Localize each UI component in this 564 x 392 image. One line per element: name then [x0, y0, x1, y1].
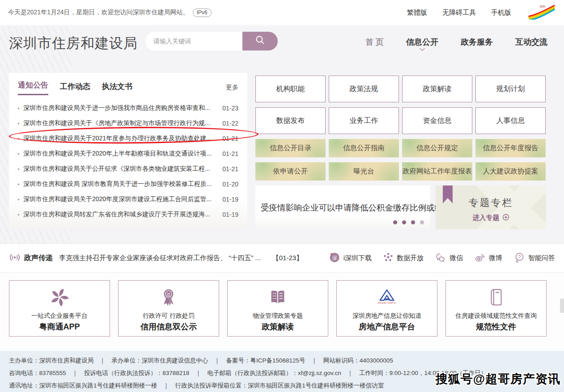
open-book-icon [228, 286, 328, 308]
quicklink-disclosure-guide[interactable]: 信息公开指南 [329, 139, 399, 157]
carousel-dot[interactable] [402, 220, 406, 224]
news-date: 01-21 [222, 165, 238, 173]
card-title: 房地产信息平台 [337, 321, 437, 332]
quicklink-grid: 机构职能 政策法规 政策解读 规划计划 数据发布 业务工作 资金信息 人事信息 … [255, 76, 546, 181]
news-date: 01-22 [222, 120, 238, 127]
list-item[interactable]: 深圳市住房和建设局关于《房地产政策制定与市场管理行政行为规... 01-22 [18, 116, 238, 131]
nav-gov-services[interactable]: 政务服务 [461, 37, 493, 47]
open-data-link[interactable]: 数据开放 [383, 252, 424, 264]
carousel-dots [393, 220, 424, 224]
news-title: 深圳市住房和建设局关于公开征求《深圳市各类物业建筑安装工程... [23, 165, 217, 173]
card-realestate-platform[interactable]: 深圳房地产信息平台 深圳房地产信息让你知道 房地产信息平台 [336, 280, 437, 337]
news-title: 深圳市住房和建设局关于2021年度参与办理行政事务及协助查处建... [23, 135, 217, 143]
search-button[interactable] [242, 32, 278, 51]
search-input[interactable] [145, 32, 242, 51]
card-policy-interpretation[interactable]: 物业管理政策专题 政策解读 [227, 280, 328, 337]
floating-widget-handle[interactable] [560, 299, 564, 313]
special-topics-title: 专题专栏 [436, 196, 546, 210]
quicklink-org-functions[interactable]: 机构职能 [255, 76, 326, 102]
card-normative-documents[interactable]: 住房建设领域规范性文件查询 规范性文件 [445, 280, 547, 337]
list-item[interactable]: 深圳市住房和建设局转发广东省住房和城乡建设厅关于开展违规海... 01-19 [18, 207, 238, 222]
card-subtitle: 住房建设领域规范性文件查询 [446, 312, 546, 320]
card-credit-disclosure[interactable]: 信 行政许可 行政处罚 信用信息双公示 [118, 280, 219, 337]
special-topics-panel[interactable]: 专题专栏 进入专题 [436, 185, 546, 229]
quicklink-plans[interactable]: 规划计划 [475, 76, 546, 102]
carousel-dot[interactable] [393, 220, 397, 224]
news-title: 深圳市住房和建设局关于进一步加强我市商品住房购房资格审查和... [23, 104, 217, 112]
news-panel: 通知公告 工作动态 执法文书 更多 深圳市住房和建设局关于进一步加强我市商品住房… [9, 73, 247, 229]
svg-text:深圳房地产信息平台: 深圳房地产信息平台 [377, 301, 396, 304]
list-item[interactable]: 深圳市住房和建设局关于进一步加强我市商品住房购房资格审查和... 01-23 [18, 101, 238, 116]
quicklink-policy-interpretation[interactable]: 政策解读 [402, 76, 472, 102]
quicklink-personnel-info[interactable]: 人事信息 [475, 107, 546, 134]
nav-home[interactable]: 首 页 [365, 37, 384, 47]
list-item[interactable]: 深圳市住房和建设局关于公开征求《深圳市各类物业建筑安装工程... 01-21 [18, 161, 238, 177]
bullet-icon [18, 169, 19, 170]
carousel-dot[interactable] [420, 220, 424, 224]
ticker-headline[interactable]: 李克强主持召开专家企业家座谈会征求对政府工作报告、 “十四五” ... [59, 254, 261, 262]
search-bar [145, 32, 278, 51]
footer-row-organizations: 主办单位：深圳市住房和建设局 ｜ 承办单位：深圳市住房建设信息中心 ｜ 备案号：… [9, 354, 564, 367]
news-date: 01-23 [222, 105, 238, 112]
wechat-link[interactable]: 微信 [435, 252, 463, 265]
service-cards: 一站式企业服务平台 粤商通APP 信 行政许可 行政处罚 信用信息双公示 [9, 280, 547, 337]
weibo-link[interactable]: 微博 [474, 252, 502, 265]
ticker-links: 深 i深圳下载 数据开放 [329, 252, 555, 265]
carousel-dot[interactable] [411, 220, 415, 224]
list-item[interactable]: 深圳市住房和建设局 深圳市教育局关于进一步加强学校装修工程质... 01-20 [18, 177, 238, 192]
mobile-version-link[interactable]: 手机版 [491, 8, 511, 17]
nav-info-disclosure[interactable]: 信息公开 [406, 37, 438, 47]
ishenzhen-label: i深圳下载 [343, 254, 372, 262]
news-title: 深圳市住房和建设局关于《房地产政策制定与市场管理行政行为规... [23, 119, 217, 127]
quicklink-data-release[interactable]: 数据发布 [255, 107, 326, 134]
ishenzhen-icon: 深 [329, 252, 340, 265]
list-item[interactable]: 深圳市住房和建设局关于2020年度深圳市建设工程施工合同后监管... 01-19 [18, 192, 238, 207]
quicklink-policies[interactable]: 政策法规 [329, 76, 399, 102]
news-title: 深圳市住房和建设局关于2020年度深圳市建设工程施工合同后监管... [23, 195, 217, 203]
card-yueshangtong-app[interactable]: 一站式企业服务平台 粤商通APP [9, 280, 110, 337]
quicklink-annual-report[interactable]: 信息公开年度报告 [475, 139, 546, 157]
traditional-chinese-link[interactable]: 繁體版 [407, 8, 427, 17]
closed-book-icon [446, 286, 546, 308]
card-title: 规范性文件 [446, 321, 546, 332]
bullet-icon [18, 108, 19, 109]
card-subtitle: 深圳房地产信息让你知道 [337, 312, 437, 320]
banner-headline[interactable]: 受疫情影响企业可以申请降低公积金缴存比例或缓缴 [261, 202, 451, 213]
ishenzhen-download-link[interactable]: 深 i深圳下载 [329, 252, 372, 265]
tab-enforcement-docs[interactable]: 执法文书 [102, 81, 132, 95]
enter-topics-link[interactable]: 进入专题 [473, 214, 509, 222]
accessibility-tools-link[interactable]: 无障碍工具 [442, 8, 476, 17]
tab-notices[interactable]: 通知公告 [18, 80, 48, 95]
quicklink-npc-cppcc-proposals[interactable]: 人大建议政协提案 [475, 162, 546, 181]
quicklink-disclosure-catalog[interactable]: 信息公开目录 [255, 139, 326, 157]
quicklink-website-annual-report[interactable]: 政府网站工作年度报表 [402, 162, 472, 181]
ipv6-badge[interactable]: IPv6 [193, 8, 212, 17]
quicklink-disclosure-by-request[interactable]: 依申请公开 [255, 162, 326, 181]
bullet-icon [18, 199, 19, 200]
search-icon [254, 35, 266, 48]
quicklink-funds-info[interactable]: 资金信息 [402, 107, 472, 134]
news-title: 深圳市住房和建设局转发广东省住房和城乡建设厅关于开展违规海... [23, 211, 217, 219]
svg-text:深: 深 [332, 255, 337, 261]
quicklink-exposure-platform[interactable]: 曝光台 [329, 162, 399, 181]
tab-work-updates[interactable]: 工作动态 [60, 81, 90, 95]
question-head-icon: ? [513, 252, 525, 265]
weibo-icon [474, 252, 486, 265]
carousel-banner[interactable]: 受疫情影响企业可以申请降低公积金缴存比例或缓缴 [255, 185, 430, 229]
quicklink-business-work[interactable]: 业务工作 [329, 107, 399, 134]
quicklink-disclosure-rules[interactable]: 信息公开规定 [402, 139, 472, 157]
page-title: 深圳市住房和建设局 [9, 34, 138, 53]
wechat-icon [435, 252, 446, 265]
bullet-icon [18, 138, 19, 139]
nav-info-disclosure-label: 信息公开 [406, 38, 438, 46]
svg-text:深圳: 深圳 [539, 5, 545, 8]
svg-text:?: ? [518, 254, 521, 260]
pinwheel-flower-icon [9, 286, 110, 308]
smart-qa-link[interactable]: ? 智能问答 [513, 252, 555, 265]
more-link[interactable]: 更多 [226, 84, 238, 95]
list-item[interactable]: 深圳市住房和建设局关于2021年度参与办理行政事务及协助查处建... 01-21 [18, 131, 238, 146]
topbar-links: 繁體版 无障碍工具 手机版 深圳 [407, 4, 556, 21]
nav-interaction[interactable]: 互动交流 [515, 37, 547, 47]
news-title: 深圳市住房和建设局关于2020年上半年勘察项目和轨道交通设计项... [23, 150, 217, 158]
list-item[interactable]: 深圳市住房和建设局关于2020年上半年勘察项目和轨道交通设计项... 01-21 [18, 146, 238, 161]
